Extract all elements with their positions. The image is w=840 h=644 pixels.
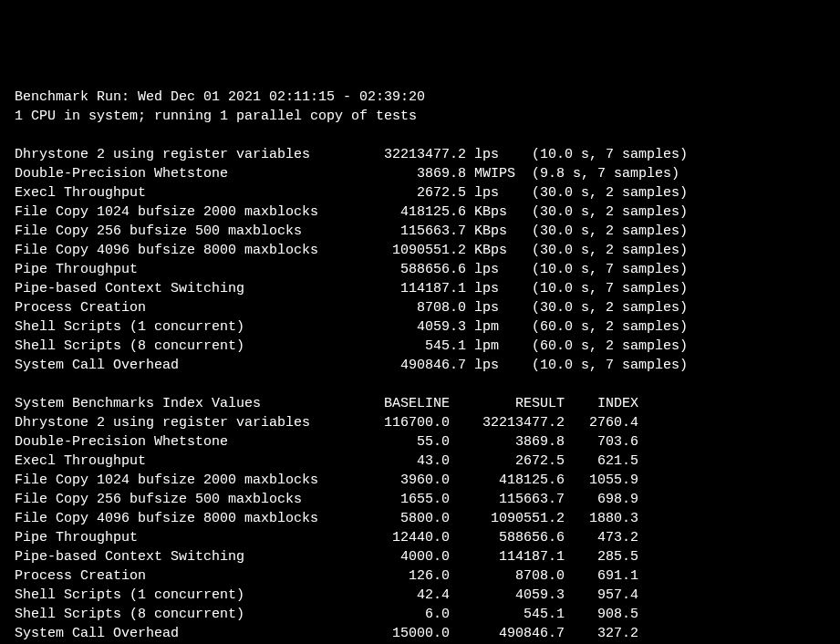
index-row: File Copy 4096 bufsize 8000 maxblocks 58… — [15, 511, 638, 526]
index-row: Shell Scripts (8 concurrent) 6.0 545.1 9… — [15, 607, 638, 622]
index-row: File Copy 1024 bufsize 2000 maxblocks 39… — [15, 473, 638, 488]
test-result-row: Pipe-based Context Switching 114187.1 lp… — [15, 281, 688, 296]
test-result-row: System Call Overhead 490846.7 lps (10.0 … — [15, 358, 688, 373]
index-row: Pipe-based Context Switching 4000.0 1141… — [15, 549, 638, 565]
test-result-row: Dhrystone 2 using register variables 322… — [15, 147, 688, 162]
test-result-row: File Copy 4096 bufsize 8000 maxblocks 10… — [15, 243, 688, 258]
index-row: Pipe Throughput 12440.0 588656.6 473.2 — [15, 530, 638, 545]
index-row: System Call Overhead 15000.0 490846.7 32… — [15, 626, 638, 641]
index-row: Dhrystone 2 using register variables 116… — [15, 415, 638, 431]
test-result-row: Process Creation 8708.0 lps (30.0 s, 2 s… — [15, 300, 688, 316]
test-result-row: Shell Scripts (8 concurrent) 545.1 lpm (… — [15, 338, 688, 354]
test-result-row: Shell Scripts (1 concurrent) 4059.3 lpm … — [15, 319, 688, 335]
index-row: Execl Throughput 43.0 2672.5 621.5 — [15, 453, 638, 469]
terminal-output: Benchmark Run: Wed Dec 01 2021 02:11:15 … — [15, 88, 825, 644]
test-result-row: Execl Throughput 2672.5 lps (30.0 s, 2 s… — [15, 185, 688, 201]
test-result-row: Double-Precision Whetstone 3869.8 MWIPS … — [15, 166, 679, 182]
index-row: File Copy 256 bufsize 500 maxblocks 1655… — [15, 492, 638, 507]
index-header-row: System Benchmarks Index Values BASELINE … — [15, 396, 638, 411]
test-result-row: File Copy 1024 bufsize 2000 maxblocks 41… — [15, 204, 688, 220]
index-row: Shell Scripts (1 concurrent) 42.4 4059.3… — [15, 587, 638, 603]
index-row: Process Creation 126.0 8708.0 691.1 — [15, 568, 638, 584]
test-result-row: Pipe Throughput 588656.6 lps (10.0 s, 7 … — [15, 262, 688, 277]
cpu-info-line: 1 CPU in system; running 1 parallel copy… — [15, 109, 417, 124]
index-row: Double-Precision Whetstone 55.0 3869.8 7… — [15, 434, 638, 450]
benchmark-run-line: Benchmark Run: Wed Dec 01 2021 02:11:15 … — [15, 89, 425, 105]
test-result-row: File Copy 256 bufsize 500 maxblocks 1156… — [15, 223, 688, 239]
